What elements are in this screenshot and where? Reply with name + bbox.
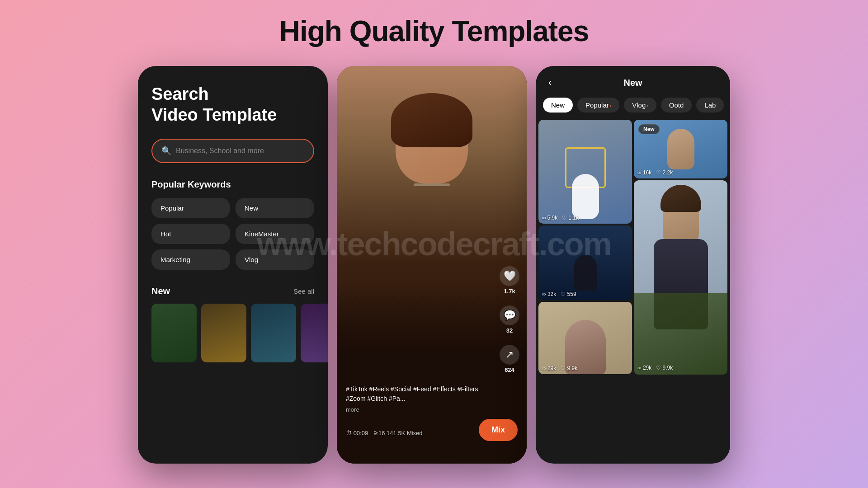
new-section-title: New — [151, 286, 170, 296]
phone-3-title: New — [623, 78, 642, 88]
likes-stat-1: ♡ 1.1k — [562, 215, 579, 221]
links-stat-5: ∞ 29k — [542, 365, 556, 371]
links-stat-4: ∞ 29k — [637, 365, 651, 371]
comment-icon: 💬 — [500, 305, 519, 325]
search-title: SearchVideo Template — [151, 84, 314, 125]
phone-3-header: ‹ New — [536, 66, 730, 98]
thumbnail-2[interactable] — [201, 304, 246, 362]
video-actions: 🤍 1.7k 💬 32 ↗ 624 — [500, 266, 519, 373]
search-placeholder: Business, School and more — [176, 147, 264, 155]
tab-lab[interactable]: Lab — [696, 98, 724, 113]
tab-vlog[interactable]: Vlog — [624, 98, 656, 113]
new-section-header: New See all — [151, 286, 314, 296]
keyword-marketing[interactable]: Marketing — [151, 249, 230, 270]
likes-stat-3: ♡ 559 — [561, 291, 576, 297]
hashtag-text: #TikTok #Reels #Social #Feed #Effects #F… — [346, 385, 495, 404]
grid-item-4-stats: ∞ 29k ♡ 9.9k — [637, 365, 673, 371]
keyword-hot[interactable]: Hot — [151, 224, 230, 244]
grid-item-5[interactable]: ∞ 29k ♡ 9.9k — [538, 302, 632, 374]
thumbnail-1[interactable] — [151, 304, 197, 362]
back-button[interactable]: ‹ — [545, 75, 555, 90]
share-button[interactable]: ↗ 624 — [500, 345, 519, 373]
more-label[interactable]: more — [346, 405, 495, 414]
likes-stat-2: ♡ 2.2k — [656, 169, 673, 176]
mix-button[interactable]: Mix — [479, 419, 518, 441]
phone-search: SearchVideo Template 🔍 Business, School … — [138, 66, 328, 464]
new-badge: New — [638, 124, 660, 134]
share-count: 624 — [505, 366, 514, 373]
tabs-row: New Popular Vlog Ootd Lab — [536, 98, 730, 120]
phone-video: 🤍 1.7k 💬 32 ↗ 624 #TikTok #Reels #Social… — [337, 66, 527, 464]
heart-icon: 🤍 — [500, 266, 519, 286]
keyword-vlog[interactable]: Vlog — [236, 249, 314, 270]
grid-item-2-stats: ∞ 16k ♡ 2.2k — [637, 169, 673, 176]
share-icon: ↗ — [500, 345, 519, 365]
page-title: High Quality Templates — [279, 14, 589, 48]
comment-button[interactable]: 💬 32 — [500, 305, 519, 334]
grid-item-3-stats: ∞ 32k ♡ 559 — [542, 291, 576, 297]
grid-item-4[interactable]: ∞ 29k ♡ 9.9k — [634, 180, 727, 375]
video-resolution: 9:16 141.5K Mixed — [373, 430, 422, 436]
video-hashtags: #TikTok #Reels #Social #Feed #Effects #F… — [346, 385, 495, 414]
like-count: 1.7k — [504, 288, 515, 295]
grid-item-5-stats: ∞ 29k ♡ 9.9k — [542, 365, 577, 371]
video-meta: ⏱ 00:09 9:16 141.5K Mixed — [346, 430, 423, 436]
thumbnail-4[interactable] — [301, 304, 328, 362]
keyword-popular[interactable]: Popular — [151, 198, 230, 218]
tab-ootd[interactable]: Ootd — [661, 98, 692, 113]
likes-stat-4: ♡ 9.9k — [656, 365, 673, 371]
browse-grid: ∞ 5.9k ♡ 1.1k ∞ 32k ♡ 559 — [536, 120, 730, 375]
popular-keywords-title: Popular Keywords — [151, 179, 314, 190]
grid-item-3[interactable]: ∞ 32k ♡ 559 — [538, 225, 632, 300]
keyword-new[interactable]: New — [236, 198, 314, 218]
grid-item-2[interactable]: New ∞ 16k ♡ 2.2k — [634, 120, 727, 178]
like-button[interactable]: 🤍 1.7k — [500, 266, 519, 295]
grid-item-1[interactable]: ∞ 5.9k ♡ 1.1k — [538, 120, 632, 224]
links-stat-1: ∞ 5.9k — [542, 215, 557, 221]
search-bar[interactable]: 🔍 Business, School and more — [151, 139, 314, 163]
search-icon: 🔍 — [161, 146, 171, 156]
tab-new[interactable]: New — [543, 98, 573, 113]
thumbnail-3[interactable] — [251, 304, 296, 362]
video-background: 🤍 1.7k 💬 32 ↗ 624 #TikTok #Reels #Social… — [337, 66, 527, 464]
phones-container: SearchVideo Template 🔍 Business, School … — [0, 66, 868, 464]
links-stat-2: ∞ 16k — [637, 169, 651, 176]
grid-item-1-stats: ∞ 5.9k ♡ 1.1k — [542, 215, 579, 221]
comment-count: 32 — [506, 327, 513, 334]
see-all-link[interactable]: See all — [293, 287, 314, 295]
links-stat-3: ∞ 32k — [542, 291, 556, 297]
video-time: ⏱ 00:09 — [346, 430, 368, 436]
phone-browse: ‹ New New Popular Vlog Ootd Lab — [536, 66, 730, 464]
keyword-kinemaster[interactable]: KineMaster — [236, 224, 314, 244]
keywords-grid: Popular New Hot KineMaster Marketing Vlo… — [151, 198, 314, 270]
thumbnails-row — [151, 304, 314, 362]
tab-popular[interactable]: Popular — [577, 98, 619, 113]
likes-stat-5: ♡ 9.9k — [561, 365, 577, 371]
